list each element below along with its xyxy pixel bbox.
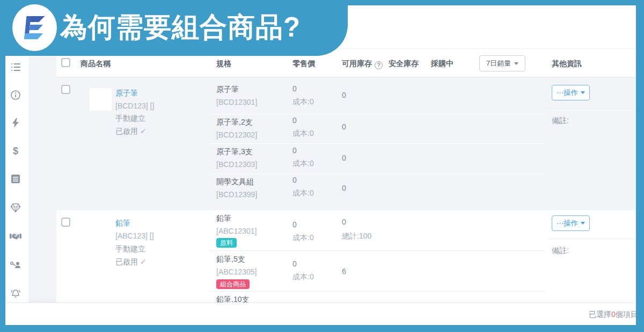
sidebar-item-diamond[interactable] (10, 202, 21, 214)
spec-row: 原子筆,3支 [BCD12303] 0 成本:0 0 (209, 144, 545, 174)
spec-code: [BCD12399] (216, 190, 257, 199)
dollar-icon: $ (10, 146, 21, 156)
sidebar-item-handshake[interactable] (10, 230, 21, 242)
page-background (28, 56, 61, 302)
available-stock: 0 (342, 91, 346, 99)
list-icon (10, 62, 21, 73)
cost: 成本:0 (292, 159, 314, 169)
spec-row: 鉛筆,5支 [ABC12305] 組合商品 0 成本:0 6 (209, 251, 545, 292)
col-retail: 零售價 (292, 59, 315, 69)
cost: 成本:0 (292, 233, 314, 243)
row-checkbox[interactable] (61, 85, 70, 94)
document-icon (11, 174, 20, 184)
retail-price: 0 (292, 259, 297, 268)
brand-logo (12, 4, 57, 51)
cell-divider (548, 109, 636, 109)
product-code: [BCD123] [] (115, 100, 154, 113)
available-stock: 0 (342, 184, 346, 192)
product-table: 商品名稱 規格 零售價 可用庫存? 安全庫存 採購中 7日銷量 其他資訊 原子筆… (56, 48, 636, 302)
spec-row: 原子筆 [BCD12301] 0 成本:0 0 (209, 77, 545, 114)
flash-icon (11, 118, 20, 128)
check-icon: ✓ (140, 257, 147, 266)
spec-name: 原子筆,2支 (216, 118, 253, 127)
spec-name: 鉛筆 (216, 214, 231, 223)
spec-name: 開學文具組 (216, 177, 254, 187)
product-origin: 手動建立 (115, 242, 154, 255)
spec-name: 原子筆,3支 (216, 147, 253, 157)
col-available: 可用庫存? (342, 59, 383, 69)
spec-code: [BCD12303] (216, 160, 257, 169)
sidebar-item-flash[interactable] (10, 117, 21, 129)
sidebar-item-list[interactable] (10, 61, 21, 73)
chevron-down-icon (514, 62, 518, 65)
product-link[interactable]: 原子筆 (115, 87, 154, 100)
cost: 成本:0 (292, 272, 314, 282)
selection-summary: 已選擇0個項目 (589, 310, 636, 320)
col-safety: 安全庫存 (389, 59, 419, 69)
selected-count: 0 (611, 310, 616, 319)
stock-total: 總計:100 (342, 232, 371, 241)
retail-price: 0 (292, 220, 297, 229)
product-info: 原子筆 [BCD123] [] 手動建立 已啟用 ✓ (115, 87, 154, 138)
spec-name: 原子筆 (216, 85, 239, 95)
check-icon: ✓ (140, 127, 147, 135)
product-code: [ABC123] [] (115, 229, 154, 242)
product-link[interactable]: 鉛筆 (115, 216, 154, 229)
retail-price: 0 (292, 146, 297, 155)
sidebar-item-info[interactable] (10, 89, 21, 101)
combo-product-badge: 組合商品 (216, 279, 250, 289)
bell-icon (10, 288, 21, 299)
col-purchasing: 採購中 (431, 59, 453, 69)
available-stock: 0 (342, 122, 346, 131)
product-origin: 手動建立 (115, 112, 154, 125)
row-checkbox[interactable] (61, 218, 70, 227)
banner-title: 為何需要組合商品? (60, 0, 301, 55)
available-stock: 0 (342, 154, 346, 162)
logo-e-icon (21, 14, 48, 42)
retail-price: 0 (292, 176, 297, 184)
sidebar-item-document[interactable] (10, 173, 21, 185)
spec-row: 鉛筆,10支 0 (209, 292, 545, 302)
svg-text:$: $ (13, 146, 18, 156)
handshake-icon (10, 232, 21, 241)
cost: 成本:0 (292, 189, 314, 198)
promo-frame: $ 商 (0, 0, 644, 332)
note-label: 備註: (552, 246, 569, 256)
chevron-down-icon (581, 222, 585, 225)
selection-footer: 已選擇0個項目 (5, 302, 636, 325)
cell-divider (548, 239, 636, 239)
spec-code: [BCD12301] (216, 98, 257, 106)
raw-material-badge: 原料 (216, 238, 237, 248)
product-image-placeholder (90, 88, 112, 111)
diamond-icon (10, 203, 21, 213)
available-stock: 0 (342, 218, 346, 226)
note-label: 備註: (552, 116, 569, 126)
share-user-icon (10, 260, 21, 269)
title-banner: 為何需要組合商品? (0, 0, 348, 56)
action-dropdown-button[interactable]: ⋯操作 (552, 85, 590, 100)
table-row: 鉛筆 [ABC123] [] 手動建立 已啟用 ✓ 鉛筆 [ABC12301] … (56, 210, 636, 302)
select-all-checkbox[interactable] (61, 58, 70, 67)
action-dropdown-button[interactable]: ⋯操作 (552, 215, 590, 231)
sidebar-item-bell[interactable] (10, 287, 21, 299)
chevron-down-icon (581, 91, 585, 94)
retail-price: 0 (292, 84, 297, 93)
spec-row: 原子筆,2支 [BCD12302] 0 成本:0 0 (209, 114, 545, 144)
product-status: 已啟用 ✓ (115, 125, 154, 138)
sidebar-item-share-user[interactable] (10, 258, 21, 270)
cost: 成本:0 (292, 129, 314, 139)
spec-list: 原子筆 [BCD12301] 0 成本:0 0 原子筆,2支 [BCD12302… (209, 77, 545, 210)
help-icon[interactable]: ? (375, 61, 383, 69)
sidebar-item-dollar[interactable]: $ (10, 145, 21, 157)
col-spec: 規格 (216, 59, 231, 69)
col-other-info: 其他資訊 (552, 59, 582, 69)
spec-name: 鉛筆,5支 (216, 255, 245, 264)
spec-code: [ABC12305] (216, 268, 257, 276)
cost: 成本:0 (292, 97, 314, 107)
col-product-name: 商品名稱 (80, 59, 111, 69)
spec-row: 鉛筆 [ABC12301] 原料 0 成本:0 0 總計:100 (209, 210, 545, 251)
spec-code: [BCD12302] (216, 131, 257, 139)
sales-7day-dropdown[interactable]: 7日銷量 (479, 55, 525, 71)
product-info: 鉛筆 [ABC123] [] 手動建立 已啟用 ✓ (115, 216, 154, 268)
spec-code: [ABC12301] (216, 227, 257, 235)
